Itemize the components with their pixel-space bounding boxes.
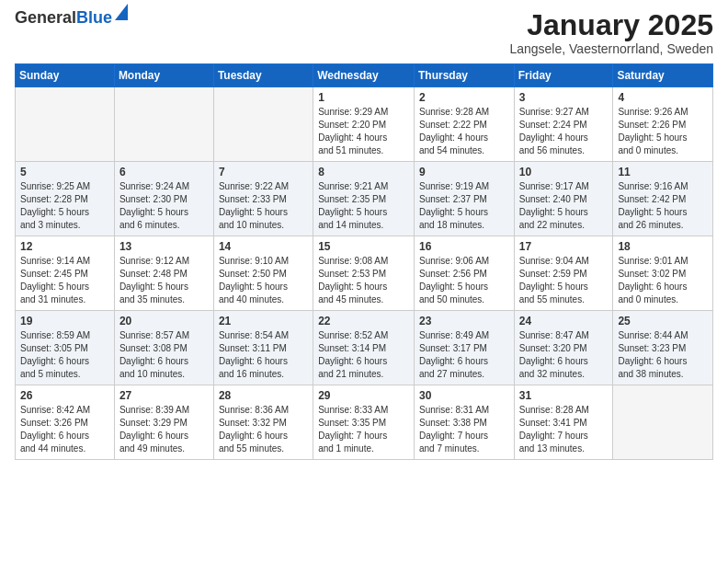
- sub-title: Langsele, Vaesternorrland, Sweden: [509, 41, 713, 56]
- calendar-cell: 17Sunrise: 9:04 AM Sunset: 2:59 PM Dayli…: [514, 236, 613, 311]
- day-info: Sunrise: 9:19 AM Sunset: 2:37 PM Dayligh…: [419, 180, 509, 232]
- day-info: Sunrise: 9:25 AM Sunset: 2:28 PM Dayligh…: [20, 180, 109, 232]
- calendar-cell: 12Sunrise: 9:14 AM Sunset: 2:45 PM Dayli…: [16, 236, 115, 311]
- calendar-cell: 20Sunrise: 8:57 AM Sunset: 3:08 PM Dayli…: [114, 311, 213, 385]
- calendar-week-row: 19Sunrise: 8:59 AM Sunset: 3:05 PM Dayli…: [16, 311, 713, 385]
- day-number: 2: [419, 91, 509, 104]
- day-number: 15: [318, 240, 409, 253]
- day-number: 7: [219, 166, 308, 178]
- day-info: Sunrise: 9:06 AM Sunset: 2:56 PM Dayligh…: [419, 255, 509, 306]
- calendar-cell: 29Sunrise: 8:33 AM Sunset: 3:35 PM Dayli…: [313, 385, 415, 460]
- day-info: Sunrise: 9:08 AM Sunset: 2:53 PM Dayligh…: [318, 255, 409, 306]
- weekday-header-wednesday: Wednesday: [313, 64, 415, 87]
- day-info: Sunrise: 8:52 AM Sunset: 3:14 PM Dayligh…: [318, 329, 409, 381]
- weekday-header-saturday: Saturday: [613, 64, 713, 87]
- main-title: January 2025: [509, 9, 713, 41]
- calendar-cell: 2Sunrise: 9:28 AM Sunset: 2:22 PM Daylig…: [414, 87, 514, 162]
- calendar-cell: 25Sunrise: 8:44 AM Sunset: 3:23 PM Dayli…: [613, 311, 713, 385]
- day-number: 18: [618, 240, 708, 253]
- day-info: Sunrise: 8:36 AM Sunset: 3:32 PM Dayligh…: [219, 404, 308, 455]
- day-number: 16: [419, 240, 509, 253]
- day-info: Sunrise: 8:57 AM Sunset: 3:08 PM Dayligh…: [119, 329, 209, 381]
- day-info: Sunrise: 8:33 AM Sunset: 3:35 PM Dayligh…: [318, 404, 409, 455]
- day-number: 6: [119, 166, 209, 178]
- calendar-cell: 8Sunrise: 9:21 AM Sunset: 2:35 PM Daylig…: [313, 162, 415, 236]
- day-info: Sunrise: 9:17 AM Sunset: 2:40 PM Dayligh…: [519, 180, 609, 232]
- day-number: 24: [519, 315, 609, 327]
- weekday-header-row: SundayMondayTuesdayWednesdayThursdayFrid…: [16, 64, 713, 87]
- day-info: Sunrise: 9:21 AM Sunset: 2:35 PM Dayligh…: [318, 180, 409, 232]
- logo-triangle-icon: [115, 4, 128, 24]
- day-info: Sunrise: 9:26 AM Sunset: 2:26 PM Dayligh…: [618, 106, 708, 157]
- day-number: 14: [219, 240, 308, 253]
- weekday-header-friday: Friday: [514, 64, 613, 87]
- calendar-cell: 6Sunrise: 9:24 AM Sunset: 2:30 PM Daylig…: [114, 162, 213, 236]
- day-info: Sunrise: 8:59 AM Sunset: 3:05 PM Dayligh…: [20, 329, 109, 381]
- weekday-header-monday: Monday: [114, 64, 213, 87]
- day-number: 22: [318, 315, 409, 327]
- calendar-cell: 7Sunrise: 9:22 AM Sunset: 2:33 PM Daylig…: [213, 162, 313, 236]
- header: GeneralBlue January 2025 Langsele, Vaest…: [15, 9, 713, 56]
- calendar-cell: [213, 87, 313, 162]
- day-info: Sunrise: 8:42 AM Sunset: 3:26 PM Dayligh…: [20, 404, 109, 455]
- day-info: Sunrise: 8:47 AM Sunset: 3:20 PM Dayligh…: [519, 329, 609, 381]
- day-number: 25: [618, 315, 708, 327]
- day-info: Sunrise: 8:39 AM Sunset: 3:29 PM Dayligh…: [119, 404, 209, 455]
- day-info: Sunrise: 9:27 AM Sunset: 2:24 PM Dayligh…: [519, 106, 609, 157]
- calendar-week-row: 5Sunrise: 9:25 AM Sunset: 2:28 PM Daylig…: [16, 162, 713, 236]
- day-info: Sunrise: 9:24 AM Sunset: 2:30 PM Dayligh…: [119, 180, 209, 232]
- calendar: SundayMondayTuesdayWednesdayThursdayFrid…: [15, 63, 713, 460]
- title-section: January 2025 Langsele, Vaesternorrland, …: [509, 9, 713, 56]
- day-info: Sunrise: 8:44 AM Sunset: 3:23 PM Dayligh…: [618, 329, 708, 381]
- logo-blue: Blue: [76, 8, 112, 27]
- day-info: Sunrise: 9:29 AM Sunset: 2:20 PM Dayligh…: [318, 106, 409, 157]
- calendar-cell: 31Sunrise: 8:28 AM Sunset: 3:41 PM Dayli…: [514, 385, 613, 460]
- calendar-cell: 27Sunrise: 8:39 AM Sunset: 3:29 PM Dayli…: [114, 385, 213, 460]
- calendar-cell: 23Sunrise: 8:49 AM Sunset: 3:17 PM Dayli…: [414, 311, 514, 385]
- day-number: 8: [318, 166, 409, 178]
- day-number: 20: [119, 315, 209, 327]
- day-number: 3: [519, 91, 609, 104]
- page: GeneralBlue January 2025 Langsele, Vaest…: [0, 0, 728, 563]
- calendar-cell: 30Sunrise: 8:31 AM Sunset: 3:38 PM Dayli…: [414, 385, 514, 460]
- day-number: 31: [519, 389, 609, 402]
- calendar-week-row: 12Sunrise: 9:14 AM Sunset: 2:45 PM Dayli…: [16, 236, 713, 311]
- calendar-cell: 1Sunrise: 9:29 AM Sunset: 2:20 PM Daylig…: [313, 87, 415, 162]
- day-info: Sunrise: 9:14 AM Sunset: 2:45 PM Dayligh…: [20, 255, 109, 306]
- calendar-cell: 22Sunrise: 8:52 AM Sunset: 3:14 PM Dayli…: [313, 311, 415, 385]
- day-info: Sunrise: 8:28 AM Sunset: 3:41 PM Dayligh…: [519, 404, 609, 455]
- calendar-cell: 14Sunrise: 9:10 AM Sunset: 2:50 PM Dayli…: [213, 236, 313, 311]
- day-number: 19: [20, 315, 109, 327]
- day-number: 26: [20, 389, 109, 402]
- day-number: 5: [20, 166, 109, 178]
- day-info: Sunrise: 9:04 AM Sunset: 2:59 PM Dayligh…: [519, 255, 609, 306]
- calendar-cell: 13Sunrise: 9:12 AM Sunset: 2:48 PM Dayli…: [114, 236, 213, 311]
- day-number: 1: [318, 91, 409, 104]
- day-info: Sunrise: 9:10 AM Sunset: 2:50 PM Dayligh…: [219, 255, 308, 306]
- day-number: 13: [119, 240, 209, 253]
- day-info: Sunrise: 8:54 AM Sunset: 3:11 PM Dayligh…: [219, 329, 308, 381]
- logo-general: General: [15, 8, 76, 27]
- day-number: 9: [419, 166, 509, 178]
- day-number: 10: [519, 166, 609, 178]
- day-info: Sunrise: 9:22 AM Sunset: 2:33 PM Dayligh…: [219, 180, 308, 232]
- day-number: 11: [618, 166, 708, 178]
- day-number: 17: [519, 240, 609, 253]
- day-number: 23: [419, 315, 509, 327]
- day-number: 27: [119, 389, 209, 402]
- calendar-week-row: 1Sunrise: 9:29 AM Sunset: 2:20 PM Daylig…: [16, 87, 713, 162]
- day-number: 12: [20, 240, 109, 253]
- svg-marker-0: [115, 4, 128, 20]
- day-number: 30: [419, 389, 509, 402]
- calendar-week-row: 26Sunrise: 8:42 AM Sunset: 3:26 PM Dayli…: [16, 385, 713, 460]
- weekday-header-sunday: Sunday: [16, 64, 115, 87]
- weekday-header-thursday: Thursday: [414, 64, 514, 87]
- calendar-cell: 11Sunrise: 9:16 AM Sunset: 2:42 PM Dayli…: [613, 162, 713, 236]
- calendar-cell: 18Sunrise: 9:01 AM Sunset: 3:02 PM Dayli…: [613, 236, 713, 311]
- day-number: 28: [219, 389, 308, 402]
- day-info: Sunrise: 9:12 AM Sunset: 2:48 PM Dayligh…: [119, 255, 209, 306]
- calendar-cell: 9Sunrise: 9:19 AM Sunset: 2:37 PM Daylig…: [414, 162, 514, 236]
- calendar-cell: 19Sunrise: 8:59 AM Sunset: 3:05 PM Dayli…: [16, 311, 115, 385]
- day-info: Sunrise: 9:16 AM Sunset: 2:42 PM Dayligh…: [618, 180, 708, 232]
- calendar-cell: 26Sunrise: 8:42 AM Sunset: 3:26 PM Dayli…: [16, 385, 115, 460]
